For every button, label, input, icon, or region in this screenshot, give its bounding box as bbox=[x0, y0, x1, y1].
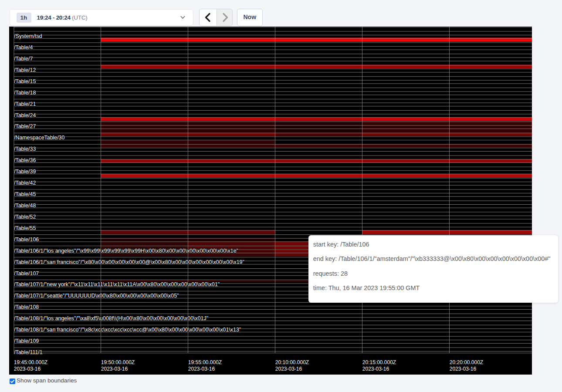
svg-text:/Table/7: /Table/7 bbox=[14, 56, 33, 62]
svg-text:/Table/107: /Table/107 bbox=[14, 270, 39, 277]
svg-text:/Table/36: /Table/36 bbox=[14, 157, 36, 163]
svg-text:/Table/15: /Table/15 bbox=[14, 78, 36, 84]
svg-text:/NamespaceTable/30: /NamespaceTable/30 bbox=[14, 135, 65, 141]
svg-text:/Table/21: /Table/21 bbox=[14, 101, 36, 107]
svg-text:19:45:00.000Z: 19:45:00.000Z bbox=[14, 359, 47, 365]
svg-text:/Table/55: /Table/55 bbox=[14, 225, 36, 231]
svg-text:/Table/111/1: /Table/111/1 bbox=[14, 349, 43, 355]
svg-text:/Table/27: /Table/27 bbox=[14, 123, 36, 129]
svg-text:/Table/106/1/"los angeles"/"\x: /Table/106/1/"los angeles"/"\x99\x99\x99… bbox=[14, 248, 238, 254]
svg-text:2023-03-16: 2023-03-16 bbox=[101, 366, 128, 372]
svg-text:/Table/52: /Table/52 bbox=[14, 214, 36, 220]
svg-text:/Table/108/1/"los angeles"/"\x: /Table/108/1/"los angeles"/"\xa8\xf5\u00… bbox=[14, 315, 208, 321]
svg-text:/Table/107/1/"seattle"/"UUUUUU: /Table/107/1/"seattle"/"UUUUUUD\x00\x80\… bbox=[14, 293, 179, 299]
svg-text:/Table/108: /Table/108 bbox=[14, 304, 39, 310]
svg-text:20:10:00.000Z: 20:10:00.000Z bbox=[275, 359, 309, 365]
svg-text:/Table/45: /Table/45 bbox=[14, 191, 36, 197]
svg-text:2023-03-16: 2023-03-16 bbox=[275, 366, 302, 372]
svg-text:19:55:00.000Z: 19:55:00.000Z bbox=[188, 359, 222, 365]
svg-text:20:15:00.000Z: 20:15:00.000Z bbox=[362, 359, 396, 365]
svg-text:/Table/106/1/"san francisco"/": /Table/106/1/"san francisco"/"\x80\x00\x… bbox=[14, 259, 244, 265]
svg-text:2023-03-16: 2023-03-16 bbox=[14, 366, 41, 372]
svg-text:20:20:00.000Z: 20:20:00.000Z bbox=[450, 359, 483, 365]
svg-text:/Table/12: /Table/12 bbox=[14, 67, 36, 73]
svg-text:/System/tsd: /System/tsd bbox=[14, 33, 42, 39]
svg-text:19:50:00.000Z: 19:50:00.000Z bbox=[101, 359, 135, 365]
svg-text:/Table/33: /Table/33 bbox=[14, 146, 36, 152]
svg-text:2023-03-16: 2023-03-16 bbox=[450, 366, 477, 372]
svg-text:2023-03-16: 2023-03-16 bbox=[188, 366, 215, 372]
svg-text:/Table/39: /Table/39 bbox=[14, 169, 36, 175]
svg-text:/Table/107/1/"new york"/"\x11\: /Table/107/1/"new york"/"\x11\x11\x11\x1… bbox=[14, 281, 220, 287]
svg-text:/Table/48: /Table/48 bbox=[14, 203, 36, 209]
svg-text:2023-03-16: 2023-03-16 bbox=[362, 366, 389, 372]
svg-text:/Table/4: /Table/4 bbox=[14, 44, 33, 51]
svg-text:/Table/109: /Table/109 bbox=[14, 338, 39, 344]
svg-text:/Table/108/1/"san francisco"/": /Table/108/1/"san francisco"/"\x8c\xcc\x… bbox=[14, 327, 241, 333]
svg-text:/Table/42: /Table/42 bbox=[14, 180, 36, 186]
svg-text:/Table/106: /Table/106 bbox=[14, 237, 39, 243]
svg-text:/Table/18: /Table/18 bbox=[14, 90, 36, 96]
svg-text:/Table/24: /Table/24 bbox=[14, 112, 36, 118]
